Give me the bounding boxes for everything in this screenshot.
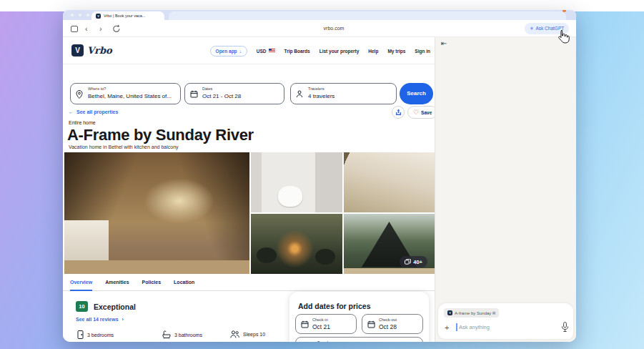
chevron-right-icon: ›: [122, 317, 124, 322]
mouse-cursor-pointer: [557, 29, 571, 44]
checkout-label: Check-out: [379, 318, 397, 322]
booking-card: Add dates for prices Check-in Oct 21 Che…: [289, 292, 429, 342]
chatgpt-sidebar: ⇤ V A-frame by Sunday R + Ask anything: [435, 37, 576, 342]
spec-bedrooms: 3 bedrooms: [77, 330, 114, 339]
checkin-field[interactable]: Check-in Oct 21: [295, 314, 357, 334]
photo-chair-shape: [257, 247, 277, 263]
bedroom-icon: [77, 330, 84, 339]
listing-subtitle: Vacation home in Bethel with kitchen and…: [69, 144, 179, 149]
nav-help[interactable]: Help: [368, 49, 378, 54]
browser-window: V Vrbo | Book your vaca... ‹ › vrbo.com …: [63, 10, 576, 342]
tab-overview[interactable]: Overview: [70, 275, 92, 291]
vrbo-nav: Open app ↓ USD Trip Boards List your pro…: [210, 37, 430, 64]
search-where-input[interactable]: Where to? Bethel, Maine, United States o…: [70, 83, 181, 104]
photo-interior-room[interactable]: [344, 152, 435, 212]
tab-amenities[interactable]: Amenities: [105, 275, 129, 291]
ask-anything-input[interactable]: Ask anything: [459, 324, 490, 330]
booking-travelers-field[interactable]: Travelers: [295, 337, 423, 342]
share-button[interactable]: [392, 106, 405, 119]
nav-list-your-property[interactable]: List your property: [319, 49, 360, 54]
spec-bathrooms: 3 bathrooms: [162, 330, 202, 339]
photo-exterior-aframe[interactable]: 40+: [344, 214, 435, 274]
forward-icon[interactable]: ›: [99, 20, 102, 37]
spec-bedrooms-label: 3 bedrooms: [87, 333, 114, 338]
browser-tab-vrbo[interactable]: V Vrbo | Book your vaca...: [91, 11, 164, 20]
photo-main-interior[interactable]: [64, 152, 249, 274]
photo-floor-area: [64, 260, 249, 274]
open-app-label: Open app: [216, 49, 237, 54]
address-bar-url[interactable]: vrbo.com: [291, 20, 377, 37]
tab-location[interactable]: Location: [174, 275, 194, 291]
checkout-field[interactable]: Check-out Oct 28: [362, 314, 423, 334]
vrbo-favicon: V: [447, 310, 452, 315]
nav-my-trips[interactable]: My trips: [387, 49, 405, 54]
traveler-icon: [296, 90, 303, 98]
photo-deck-shape: [344, 268, 435, 274]
save-button[interactable]: ♡ Save: [407, 106, 435, 119]
heart-icon: ♡: [413, 109, 419, 116]
search-travelers-input[interactable]: Travelers 4 travelers: [290, 83, 397, 104]
checkout-value: Oct 28: [379, 323, 397, 330]
tab-policies[interactable]: Policies: [142, 275, 161, 291]
photo-bathroom[interactable]: [251, 152, 342, 212]
sleeps-icon: [230, 330, 239, 338]
nav-sign-in[interactable]: Sign in: [415, 49, 430, 54]
nav-trip-boards[interactable]: Trip Boards: [284, 49, 310, 54]
context-chip[interactable]: V A-frame by Sunday R: [444, 308, 499, 318]
share-icon: [395, 109, 402, 116]
vrbo-logo-wordmark: Vrbo: [87, 45, 112, 56]
window-control-dot[interactable]: [70, 13, 74, 17]
calendar-icon: [367, 320, 375, 328]
chatgpt-icon: ✳: [530, 23, 533, 34]
us-flag-icon: [269, 49, 275, 53]
currency-label: USD: [257, 49, 267, 54]
reviews-link-label: See all 14 reviews: [76, 317, 119, 322]
window-control-dot[interactable]: [78, 13, 82, 17]
back-icon[interactable]: ‹: [85, 20, 88, 37]
checkin-label: Check-in: [312, 318, 328, 322]
where-label: Where to?: [88, 87, 106, 91]
photo-count-button[interactable]: 40+: [400, 256, 427, 267]
see-all-properties-label: See all properties: [76, 109, 118, 114]
spec-sleeps-label: Sleeps 10: [243, 332, 265, 337]
vrbo-page: V Vrbo Open app ↓ USD Trip Boards List y…: [63, 37, 435, 342]
booking-travelers-label: Travelers: [317, 340, 334, 342]
back-arrow-icon: ←: [69, 109, 74, 114]
reload-icon[interactable]: [112, 24, 121, 33]
calendar-icon: [301, 320, 309, 328]
location-pin-icon: [76, 90, 83, 99]
window-control-dot[interactable]: [86, 13, 90, 17]
photo-firepit[interactable]: [251, 214, 342, 274]
plus-icon[interactable]: +: [445, 324, 449, 332]
spec-bathrooms-label: 3 bathrooms: [174, 333, 202, 338]
browser-tabstrip: V Vrbo | Book your vaca...: [63, 10, 576, 20]
microphone-icon[interactable]: [561, 322, 569, 333]
browser-tab-empty[interactable]: [169, 11, 566, 20]
context-chip-label: A-frame by Sunday R: [455, 311, 495, 315]
rating-row: 10 Exceptional: [76, 301, 136, 312]
browser-toolbar: ‹ › vrbo.com ✳ Ask ChatGPT: [63, 20, 576, 37]
bathroom-icon: [162, 330, 171, 339]
open-app-button[interactable]: Open app ↓: [210, 46, 247, 56]
vrbo-site-header: V Vrbo Open app ↓ USD Trip Boards List y…: [63, 37, 435, 64]
search-dates-input[interactable]: Dates Oct 21 - Oct 28: [184, 83, 284, 104]
travelers-label: Travelers: [308, 87, 325, 91]
reviews-link[interactable]: See all 14 reviews ›: [76, 317, 124, 322]
see-all-properties-link[interactable]: ← See all properties: [69, 109, 118, 114]
vrbo-logo[interactable]: V Vrbo: [71, 44, 112, 56]
collapse-sidebar-icon[interactable]: ⇤: [441, 39, 447, 47]
booking-card-title: Add dates for prices: [298, 302, 371, 310]
rating-score-badge: 10: [76, 301, 88, 312]
screenshot-canvas: V Vrbo | Book your vaca... ‹ › vrbo.com …: [0, 0, 644, 349]
photo-count-label: 40+: [413, 259, 422, 265]
calendar-icon: [190, 90, 198, 98]
tab-title: Vrbo | Book your vaca...: [104, 11, 145, 20]
search-button[interactable]: Search: [400, 83, 433, 104]
rating-text: Exceptional: [94, 303, 136, 311]
chatgpt-composer: V A-frame by Sunday R + Ask anything: [438, 303, 573, 339]
currency-selector[interactable]: USD: [257, 49, 275, 54]
sidebar-toggle-icon[interactable]: [71, 26, 78, 32]
where-value: Bethel, Maine, United States of...: [88, 93, 172, 99]
photo-chair-shape: [315, 249, 335, 265]
text-caret: [456, 323, 457, 331]
